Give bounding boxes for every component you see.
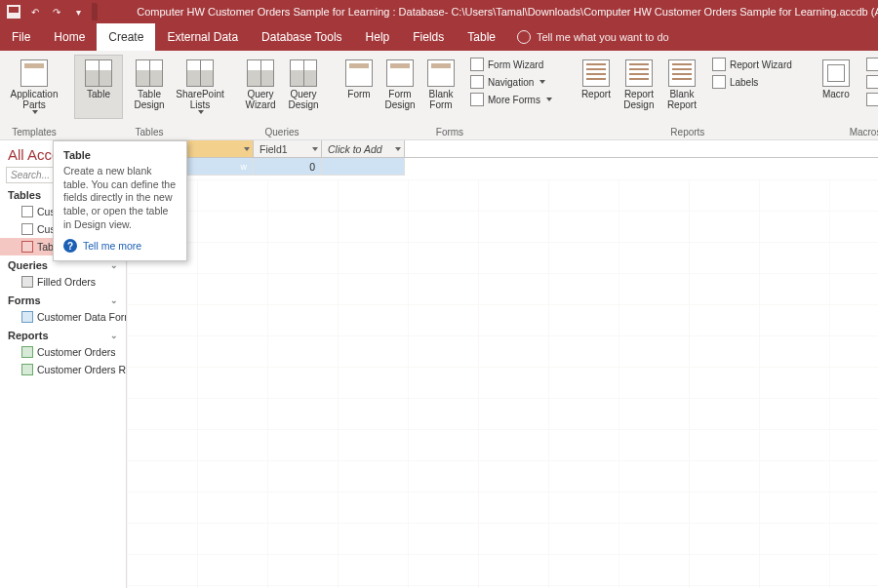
table-object-icon: [21, 223, 33, 235]
group-templates: Application Parts Templates: [4, 53, 64, 139]
cell-field1[interactable]: 0: [254, 158, 322, 176]
report-design-icon: [625, 59, 653, 87]
cell-add[interactable]: [322, 158, 405, 176]
group-label-templates: Templates: [4, 127, 64, 137]
tell-me-placeholder: Tell me what you want to do: [537, 31, 669, 43]
tab-database-tools[interactable]: Database Tools: [250, 23, 354, 51]
nav-item-report[interactable]: Customer Orders: [0, 343, 126, 361]
nav-category-reports[interactable]: Reports⌄: [0, 326, 126, 343]
redo-button[interactable]: ↷: [49, 4, 64, 20]
screentip-help-link[interactable]: ? Tell me more: [63, 239, 177, 253]
table-object-icon: [21, 206, 33, 217]
row-marker[interactable]: w: [185, 158, 254, 176]
application-parts-button[interactable]: Application Parts: [10, 55, 59, 119]
blank-form-icon: [427, 59, 455, 87]
group-queries: Query Wizard Query Design Queries: [234, 53, 330, 139]
sharepoint-lists-icon: [186, 59, 214, 87]
table-icon: [85, 59, 112, 87]
group-label-reports: Reports: [570, 127, 806, 137]
class-module-icon: [866, 75, 878, 89]
lightbulb-icon: [517, 30, 531, 44]
tab-file[interactable]: File: [0, 23, 42, 51]
visual-basic-button[interactable]: Visual Basic: [862, 92, 878, 107]
report-icon: [582, 59, 610, 87]
table-button[interactable]: Table: [74, 55, 123, 119]
nav-item-query[interactable]: Filled Orders: [0, 273, 126, 291]
module-icon: [866, 58, 878, 71]
nav-item-report[interactable]: Customer Orders Report: [0, 361, 126, 378]
query-object-icon: [21, 276, 33, 288]
table-design-button[interactable]: Table Design: [125, 55, 174, 119]
tab-external-data[interactable]: External Data: [155, 23, 250, 51]
form-wizard-button[interactable]: Form Wizard: [466, 57, 556, 72]
query-design-icon: [290, 59, 317, 87]
macro-icon: [822, 59, 850, 87]
report-object-icon: [21, 364, 33, 375]
undo-button[interactable]: ↶: [27, 4, 43, 20]
group-label-tables: Tables: [68, 127, 230, 137]
report-wizard-button[interactable]: Report Wizard: [708, 57, 796, 72]
query-wizard-icon: [247, 59, 274, 87]
labels-button[interactable]: Labels: [708, 74, 796, 90]
datasheet-header: Field1 Click to Add: [185, 140, 878, 158]
background-grid: [127, 179, 878, 588]
screentip-table: Table Create a new blank table. You can …: [53, 140, 187, 261]
blank-form-button[interactable]: Blank Form: [421, 55, 460, 115]
form-object-icon: [21, 311, 33, 323]
more-forms-icon: [470, 93, 484, 106]
column-header-add[interactable]: Click to Add: [322, 140, 405, 157]
class-module-button[interactable]: Class Module: [862, 74, 878, 90]
tab-create[interactable]: Create: [97, 23, 155, 51]
quick-access-toolbar: ↶ ↷ ▾: [0, 4, 92, 20]
query-wizard-button[interactable]: Query Wizard: [240, 55, 281, 115]
application-parts-icon: [20, 59, 48, 87]
module-button[interactable]: Module: [862, 57, 878, 72]
qat-customize-button[interactable]: ▾: [70, 4, 86, 20]
blank-report-button[interactable]: Blank Report: [661, 55, 702, 115]
table-design-icon: [136, 59, 163, 87]
chevron-down-icon: [395, 147, 401, 151]
group-label-macros: Macros & Code: [810, 127, 878, 137]
contextual-tab-label: Table Tools: [92, 3, 98, 20]
report-button[interactable]: Report: [576, 55, 617, 115]
sharepoint-lists-button[interactable]: SharePoint Lists: [176, 55, 224, 119]
table-object-icon: [21, 241, 33, 253]
document-area: Field1 Click to Add w 0: [127, 140, 878, 588]
ribbon: Application Parts Templates Table Table …: [0, 51, 878, 140]
screentip-title: Table: [63, 149, 177, 161]
datasheet-row[interactable]: w 0: [185, 158, 878, 176]
help-icon: ?: [63, 239, 77, 253]
tab-fields[interactable]: Fields: [401, 23, 456, 51]
screentip-description: Create a new blank table. You can define…: [63, 165, 177, 231]
column-header-field1[interactable]: Field1: [254, 140, 322, 157]
report-object-icon: [21, 346, 33, 358]
row-selector-header[interactable]: [185, 140, 254, 157]
blank-report-icon: [668, 59, 696, 87]
title-bar: ↶ ↷ ▾ Table Tools Computer HW Customer O…: [0, 0, 878, 23]
tab-table[interactable]: Table: [456, 23, 507, 51]
group-reports: Report Report Design Blank Report Report…: [570, 53, 806, 139]
group-label-forms: Forms: [334, 127, 566, 137]
chevron-down-icon: [312, 147, 318, 151]
group-forms: Form Form Design Blank Form Form Wizard …: [334, 53, 566, 139]
report-wizard-icon: [712, 58, 726, 71]
nav-item-form[interactable]: Customer Data Form: [0, 308, 126, 326]
window-title: Computer HW Customer Orders Sample for L…: [137, 6, 878, 18]
group-macros-code: Macro Module Class Module Visual Basic M…: [810, 53, 878, 139]
nav-category-forms[interactable]: Forms⌄: [0, 291, 126, 308]
visual-basic-icon: [866, 93, 878, 106]
macro-button[interactable]: Macro: [816, 55, 857, 109]
chevron-down-icon: [244, 147, 250, 151]
report-design-button[interactable]: Report Design: [619, 55, 659, 115]
query-design-button[interactable]: Query Design: [283, 55, 324, 115]
form-design-icon: [386, 59, 414, 87]
ribbon-tabs: File Home Create External Data Database …: [0, 23, 878, 51]
tab-help[interactable]: Help: [354, 23, 402, 51]
form-button[interactable]: Form: [339, 55, 379, 115]
more-forms-button[interactable]: More Forms: [466, 92, 556, 107]
tell-me-search[interactable]: Tell me what you want to do: [507, 23, 679, 51]
save-icon[interactable]: [6, 4, 21, 20]
navigation-button[interactable]: Navigation: [466, 74, 556, 90]
tab-home[interactable]: Home: [42, 23, 97, 51]
form-design-button[interactable]: Form Design: [380, 55, 419, 115]
